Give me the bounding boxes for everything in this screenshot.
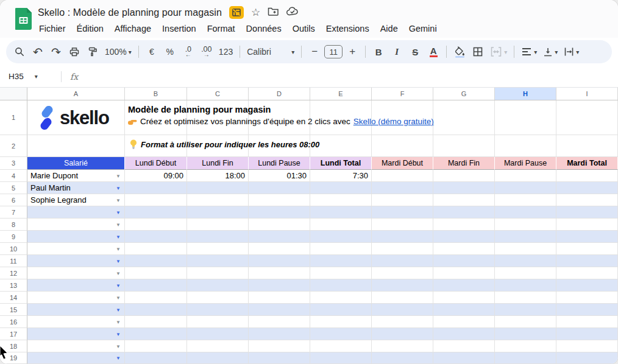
cell-dropdown-icon[interactable]: ▼	[116, 185, 121, 191]
cell-I8[interactable]	[556, 219, 618, 231]
document-title[interactable]: Skello : Modèle de planning pour magasin	[38, 7, 222, 18]
cell-F8[interactable]	[372, 219, 433, 231]
cell-C17[interactable]	[187, 328, 249, 340]
cell-dropdown-icon[interactable]: ▼	[116, 319, 121, 324]
cell-E17[interactable]	[310, 328, 372, 340]
cell-dropdown-icon[interactable]: ▼	[116, 331, 121, 337]
increase-decimal-button[interactable]: .00→	[198, 43, 215, 60]
menu-insertion[interactable]: Insertion	[157, 22, 202, 35]
cell-F5[interactable]	[372, 182, 433, 194]
cell-B7[interactable]	[125, 206, 187, 219]
horizontal-align-button[interactable]: ▾	[519, 43, 539, 60]
cell-F2[interactable]	[372, 135, 433, 157]
column-header-G[interactable]: G	[433, 88, 495, 100]
cell-F17[interactable]	[372, 328, 433, 340]
cell-B15[interactable]	[125, 304, 187, 316]
cell-I14[interactable]	[556, 292, 618, 304]
cell-B2[interactable]	[125, 135, 187, 157]
cell-A18[interactable]: ▼	[27, 340, 125, 352]
row-header-9[interactable]: 9	[0, 231, 27, 243]
row-header-10[interactable]: 10	[0, 243, 27, 255]
cell-F13[interactable]	[372, 279, 433, 292]
google-sheets-logo-icon[interactable]	[15, 8, 32, 32]
cell-I9[interactable]	[556, 231, 618, 243]
cell-I15[interactable]	[556, 304, 618, 316]
row-header-5[interactable]: 5	[0, 182, 27, 194]
cell-C10[interactable]	[187, 243, 249, 255]
cell-E12[interactable]	[310, 267, 372, 279]
cell-H10[interactable]	[495, 243, 556, 255]
row-header-14[interactable]: 14	[0, 292, 27, 304]
cell-G19[interactable]	[433, 352, 495, 364]
cell-B16[interactable]	[125, 316, 187, 328]
cell-A5[interactable]: Paul Martin▼	[27, 182, 125, 194]
cell-H1[interactable]	[495, 100, 556, 135]
cell-G11[interactable]	[433, 255, 495, 267]
cell-F18[interactable]	[372, 340, 433, 352]
cell-E6[interactable]	[310, 194, 372, 206]
cell-G17[interactable]	[433, 328, 495, 340]
cell-dropdown-icon[interactable]: ▼	[116, 209, 121, 215]
vertical-align-button[interactable]: ▾	[541, 43, 560, 60]
cell-D19[interactable]	[249, 352, 310, 364]
cell-A13[interactable]: ▼	[27, 279, 125, 292]
text-wrapping-button[interactable]: ▾	[561, 43, 581, 60]
cell-D15[interactable]	[249, 304, 310, 316]
cell-D6[interactable]	[249, 194, 310, 206]
cell-E14[interactable]	[310, 292, 372, 304]
search-icon[interactable]	[11, 43, 28, 60]
cell-C4[interactable]: 18:00	[187, 170, 249, 182]
cell-dropdown-icon[interactable]: ▼	[116, 258, 121, 264]
cell-B4[interactable]: 09:00	[125, 170, 187, 182]
italic-button[interactable]: I	[388, 43, 405, 60]
cell-name-box[interactable]: H35 ▾	[0, 72, 61, 81]
cell-D8[interactable]	[249, 219, 310, 231]
cell-B10[interactable]	[125, 243, 187, 255]
select-all-corner[interactable]	[0, 88, 27, 100]
column-header-A[interactable]: A	[27, 88, 125, 100]
cell-F4[interactable]	[372, 170, 433, 182]
cell-G14[interactable]	[433, 292, 495, 304]
row-header-4[interactable]: 4	[0, 170, 27, 182]
cell-B19[interactable]	[125, 352, 187, 364]
cell-H15[interactable]	[495, 304, 556, 316]
cell-G2[interactable]	[433, 135, 495, 157]
cell-B11[interactable]	[125, 255, 187, 267]
cell-G16[interactable]	[433, 316, 495, 328]
cell-A19[interactable]: ▼	[27, 352, 125, 364]
move-folder-icon[interactable]	[268, 7, 279, 18]
cell-C19[interactable]	[187, 352, 249, 364]
cell-E19[interactable]	[310, 352, 372, 364]
row-header-2[interactable]: 2	[0, 135, 27, 157]
cell-B17[interactable]	[125, 328, 187, 340]
cell-B1[interactable]	[125, 100, 187, 135]
cell-H4[interactable]	[495, 170, 556, 182]
cell-E5[interactable]	[310, 182, 372, 194]
row-header-8[interactable]: 8	[0, 219, 27, 231]
cell-F7[interactable]	[372, 206, 433, 219]
cell-G10[interactable]	[433, 243, 495, 255]
column-header-D[interactable]: D	[249, 88, 310, 100]
cell-A8[interactable]: ▼	[27, 219, 125, 231]
format-percent-button[interactable]: %	[162, 43, 179, 60]
cell-D2[interactable]	[249, 135, 310, 157]
cell-C15[interactable]	[187, 304, 249, 316]
cell-dropdown-icon[interactable]: ▼	[116, 197, 121, 203]
bold-button[interactable]: B	[370, 43, 387, 60]
cell-C8[interactable]	[187, 219, 249, 231]
menu-donnees[interactable]: Données	[241, 22, 287, 35]
cell-G3[interactable]: Mardi Fin	[433, 157, 495, 170]
cell-I12[interactable]	[556, 267, 618, 279]
fill-color-button[interactable]	[451, 43, 468, 60]
cell-A15[interactable]: ▼	[27, 304, 125, 316]
cell-A16[interactable]: ▼	[27, 316, 125, 328]
undo-button[interactable]: ↶	[29, 43, 46, 60]
decrease-decimal-button[interactable]: .0←	[180, 43, 197, 60]
menu-gemini[interactable]: Gemini	[403, 22, 442, 35]
cell-F12[interactable]	[372, 267, 433, 279]
cell-B9[interactable]	[125, 231, 187, 243]
cell-H3[interactable]: Mardi Pause	[495, 157, 556, 170]
cell-D17[interactable]	[249, 328, 310, 340]
cell-D7[interactable]	[249, 206, 310, 219]
cell-A14[interactable]: ▼	[27, 292, 125, 304]
